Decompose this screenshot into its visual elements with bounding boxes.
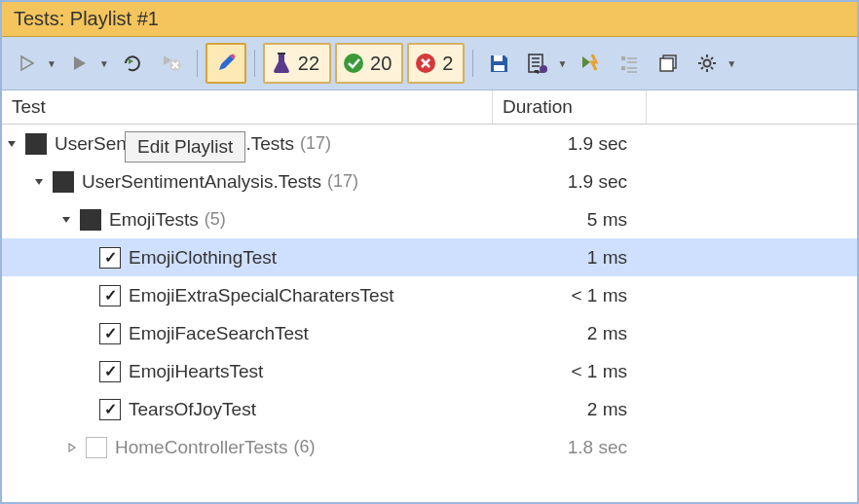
row-left: EmojiHeartsTest (2, 361, 493, 382)
collapse-icon[interactable] (4, 136, 19, 152)
run-button[interactable] (62, 46, 97, 81)
failed-tests-stat[interactable]: 2 (407, 43, 465, 84)
row-left: EmojiFaceSearchTest (2, 323, 493, 344)
checkbox[interactable] (25, 133, 47, 155)
failed-count: 2 (442, 53, 453, 75)
row-duration: 1.9 sec (493, 171, 647, 193)
svg-rect-10 (621, 66, 625, 70)
row-label: EmojiClothingTest (129, 247, 277, 269)
checkbox[interactable] (80, 209, 101, 231)
x-circle-icon (415, 53, 436, 74)
settings-button[interactable] (690, 46, 725, 81)
toolbar: ▼ ▼ 22 20 2 ▼ ▼ (2, 37, 857, 90)
repeat-button[interactable] (115, 46, 150, 81)
row-label: UserSentimentAnalysis.Tests (82, 171, 321, 193)
row-count: (17) (327, 171, 358, 192)
row-duration: 1 ms (493, 247, 647, 269)
window-title: Tests: Playlist #1 (2, 2, 857, 37)
test-tree: Edit Playlist UserSentimentAnalysis.Test… (2, 125, 857, 466)
svg-rect-6 (494, 65, 504, 71)
total-tests-stat[interactable]: 22 (263, 43, 331, 84)
svg-point-3 (344, 54, 363, 73)
row-left: EmojiClothingTest (2, 247, 493, 269)
checkbox[interactable] (86, 437, 107, 458)
row-label: EmojiHeartsTest (129, 361, 263, 382)
checkbox[interactable] (99, 247, 121, 269)
column-test[interactable]: Test (2, 90, 493, 124)
row-label: EmojiTests (109, 209, 199, 231)
checkbox[interactable] (99, 285, 121, 306)
separator (472, 50, 473, 77)
debug-button[interactable] (573, 46, 608, 81)
svg-rect-9 (621, 56, 625, 60)
row-duration: 1.9 sec (493, 133, 647, 155)
playlist-caret[interactable]: ▼ (557, 58, 567, 69)
collapse-icon[interactable] (58, 212, 74, 228)
settings-caret[interactable]: ▼ (727, 58, 736, 69)
column-duration[interactable]: Duration (493, 90, 647, 124)
checkbox[interactable] (53, 171, 74, 193)
run-all-outline-button[interactable] (10, 46, 45, 81)
checkbox[interactable] (99, 399, 121, 420)
checkbox[interactable] (99, 323, 121, 344)
checkbox[interactable] (99, 361, 121, 382)
tree-test-row[interactable]: EmojiExtraSpecialCharatersTest< 1 ms (2, 276, 857, 314)
total-count: 22 (298, 53, 319, 75)
tree-group-row[interactable]: HomeControllerTests (6)1.8 sec (2, 428, 857, 466)
row-count: (17) (300, 133, 331, 154)
row-count: (5) (205, 209, 226, 230)
row-duration: 2 ms (493, 323, 647, 344)
row-count: (6) (293, 437, 315, 457)
row-left: UserSentimentAnalysis.Tests (17) (2, 171, 493, 193)
row-label: EmojiFaceSearchTest (129, 323, 309, 344)
svg-rect-2 (278, 53, 285, 54)
group-button[interactable] (612, 46, 647, 81)
cancel-button[interactable] (154, 46, 189, 81)
svg-point-13 (704, 60, 711, 67)
edit-playlist-button[interactable] (205, 43, 246, 84)
row-duration: 1.8 sec (493, 437, 647, 458)
row-duration: < 1 ms (493, 285, 647, 306)
row-duration: 2 ms (493, 399, 647, 420)
row-left: UserSentimentAnalysis.Tests (17) (2, 133, 493, 155)
tree-test-row[interactable]: TearsOfJoyTest2 ms (2, 390, 857, 428)
playlist-button[interactable] (520, 46, 555, 81)
row-label: TearsOfJoyTest (129, 399, 256, 420)
svg-rect-5 (494, 55, 503, 61)
tree-test-row[interactable]: EmojiFaceSearchTest2 ms (2, 314, 857, 352)
row-label: HomeControllerTests (115, 437, 287, 458)
svg-rect-12 (660, 58, 673, 71)
separator (197, 50, 198, 77)
check-circle-icon (343, 53, 364, 74)
row-label: EmojiExtraSpecialCharatersTest (129, 285, 393, 306)
run-caret[interactable]: ▼ (99, 58, 109, 69)
run-all-caret[interactable]: ▼ (47, 58, 56, 69)
windows-button[interactable] (651, 46, 686, 81)
tree-test-row[interactable]: EmojiHeartsTest< 1 ms (2, 352, 857, 390)
tree-test-row[interactable]: EmojiClothingTest1 ms (2, 238, 857, 276)
passed-count: 20 (370, 53, 392, 75)
tree-group-row[interactable]: UserSentimentAnalysis.Tests (17)1.9 sec (2, 162, 857, 200)
column-headers: Test Duration (2, 90, 857, 125)
passed-tests-stat[interactable]: 20 (335, 43, 403, 84)
tree-group-row[interactable]: EmojiTests (5)5 ms (2, 200, 857, 238)
separator (254, 50, 255, 77)
row-left: EmojiTests (5) (2, 209, 493, 231)
row-duration: 5 ms (493, 209, 647, 231)
row-duration: < 1 ms (493, 361, 647, 382)
save-button[interactable] (481, 46, 516, 81)
flask-icon (271, 52, 292, 75)
tooltip: Edit Playlist (125, 131, 245, 162)
row-left: TearsOfJoyTest (2, 399, 493, 420)
expand-icon[interactable] (64, 440, 80, 455)
svg-point-8 (540, 65, 547, 73)
collapse-icon[interactable] (31, 174, 47, 190)
row-left: HomeControllerTests (6) (2, 437, 493, 458)
row-left: EmojiExtraSpecialCharatersTest (2, 285, 493, 306)
